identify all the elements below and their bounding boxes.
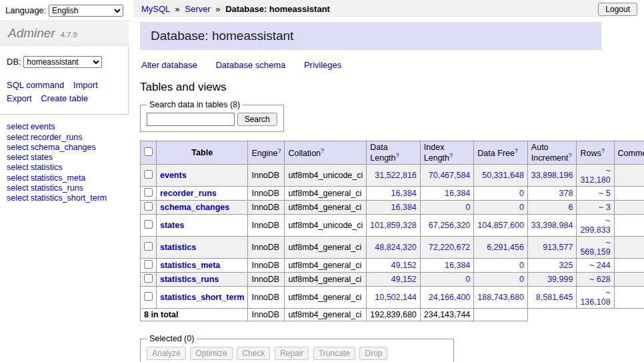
data-length-link[interactable]: 49,152 — [391, 261, 417, 270]
help-link[interactable]: ? — [568, 152, 571, 159]
database-schema-link[interactable]: Database schema — [215, 60, 285, 70]
select-link[interactable]: select — [7, 122, 29, 131]
table-link[interactable]: statistics_short_term — [31, 193, 107, 203]
data-free-link[interactable]: 0 — [519, 203, 524, 212]
app-name[interactable]: Adminer — [8, 26, 55, 40]
rows-count-link[interactable]: ~ 628 — [589, 275, 611, 284]
select-link[interactable]: select — [7, 193, 29, 203]
logout-button[interactable]: Logout — [598, 3, 637, 16]
row-checkbox[interactable] — [144, 242, 153, 251]
help-link[interactable]: ? — [321, 147, 324, 154]
data-length-link[interactable]: 48,824,320 — [375, 243, 417, 252]
table-name-link[interactable]: statistics — [160, 243, 196, 252]
auto-increment-link[interactable]: 8,581,645 — [536, 293, 573, 302]
index-length-link[interactable]: 0 — [465, 275, 470, 284]
index-length-link[interactable]: 0 — [465, 203, 470, 212]
optimize-button[interactable]: Optimize — [190, 347, 232, 360]
rows-count-link[interactable]: ~ 244 — [589, 261, 611, 270]
select-link[interactable]: select — [7, 163, 29, 172]
index-length-link[interactable]: 24,166,400 — [429, 293, 471, 302]
table-name-link[interactable]: statistics_meta — [160, 261, 220, 270]
db-select[interactable]: homeassistant — [23, 56, 102, 68]
breadcrumb-link-server[interactable]: Server — [185, 4, 210, 14]
language-select[interactable]: English — [49, 5, 123, 17]
row-checkbox[interactable] — [144, 274, 153, 283]
help-link[interactable]: ? — [449, 152, 453, 159]
index-length-link[interactable]: 72,220,672 — [429, 243, 471, 252]
index-length-link[interactable]: 16,384 — [445, 261, 470, 270]
data-length-link[interactable]: 101,859,328 — [370, 221, 417, 230]
select-link[interactable]: select — [7, 143, 29, 152]
table-link[interactable]: events — [31, 122, 55, 131]
alter-database-link[interactable]: Alter database — [141, 60, 197, 70]
search-button[interactable]: Search — [237, 113, 277, 126]
analyze-button[interactable]: Analyze — [147, 347, 186, 360]
privileges-link[interactable]: Privileges — [304, 60, 341, 70]
table-link[interactable]: statistics_runs — [31, 183, 83, 193]
help-link[interactable]: ? — [601, 147, 605, 154]
sidebar-link-sql-command[interactable]: SQL command — [7, 80, 64, 90]
table-name-link[interactable]: recorder_runs — [160, 189, 217, 198]
table-link[interactable]: schema_changes — [31, 143, 96, 152]
table-name-link[interactable]: statistics_short_term — [160, 293, 244, 302]
select-link[interactable]: select — [7, 183, 29, 193]
table-link[interactable]: recorder_runs — [31, 133, 83, 142]
select-link[interactable]: select — [7, 173, 29, 183]
help-link[interactable]: ? — [396, 152, 399, 159]
table-link[interactable]: states — [31, 153, 53, 162]
sidebar-link-export[interactable]: Export — [7, 93, 32, 103]
select-link[interactable]: select — [7, 133, 29, 142]
truncate-button[interactable]: Truncate — [313, 347, 355, 360]
rows-count-link[interactable]: ~ 299,833 — [580, 216, 610, 235]
data-free-link[interactable]: 50,331,648 — [482, 171, 524, 180]
sidebar-link-create-table[interactable]: Create table — [41, 93, 88, 103]
auto-increment-link[interactable]: 33,898,196 — [531, 171, 573, 180]
table-link[interactable]: statistics_meta — [31, 173, 86, 183]
data-length-link[interactable]: 31,522,816 — [375, 171, 417, 180]
row-checkbox[interactable] — [144, 188, 153, 197]
sidebar-link-import[interactable]: Import — [73, 80, 98, 90]
search-input[interactable] — [147, 113, 235, 126]
auto-increment-link[interactable]: 39,999 — [547, 275, 573, 284]
data-length-link[interactable]: 10,502,144 — [375, 293, 417, 302]
table-name-link[interactable]: schema_changes — [160, 203, 229, 212]
table-name-link[interactable]: states — [160, 221, 184, 230]
help-link[interactable]: ? — [277, 147, 281, 154]
repair-button[interactable]: Repair — [275, 347, 309, 360]
select-link[interactable]: select — [7, 153, 29, 162]
row-checkbox[interactable] — [144, 260, 153, 269]
row-checkbox[interactable] — [144, 170, 153, 179]
index-length-link[interactable]: 16,384 — [445, 189, 470, 198]
auto-increment-link[interactable]: 6 — [568, 203, 573, 212]
rows-count-link[interactable]: ~ 136,108 — [580, 288, 610, 307]
breadcrumb-link-mysql[interactable]: MySQL — [141, 4, 170, 14]
table-link[interactable]: statistics — [31, 163, 63, 172]
index-length-link[interactable]: 67,256,320 — [429, 221, 471, 230]
rows-count-link[interactable]: ~ 5 — [599, 189, 611, 198]
data-free-link[interactable]: 0 — [519, 275, 524, 284]
index-length-link[interactable]: 70,467,584 — [429, 171, 471, 180]
select-all-checkbox[interactable] — [144, 147, 153, 156]
row-checkbox[interactable] — [144, 202, 153, 211]
rows-count-link[interactable]: ~ 3 — [599, 203, 611, 212]
rows-count-link[interactable]: ~ 569,159 — [580, 238, 610, 257]
auto-increment-link[interactable]: 378 — [559, 189, 573, 198]
data-free-link[interactable]: 188,743,680 — [477, 293, 524, 302]
data-length-link[interactable]: 16,384 — [391, 189, 417, 198]
data-length-link[interactable]: 49,152 — [391, 275, 417, 284]
data-free-link[interactable]: 6,291,456 — [487, 243, 524, 252]
table-name-link[interactable]: events — [160, 171, 187, 180]
auto-increment-link[interactable]: 913,577 — [543, 243, 573, 252]
auto-increment-link[interactable]: 325 — [559, 261, 573, 270]
row-checkbox[interactable] — [144, 220, 153, 229]
data-length-link[interactable]: 16,384 — [391, 203, 417, 212]
data-free-link[interactable]: 104,857,600 — [477, 221, 524, 230]
row-checkbox[interactable] — [144, 292, 153, 301]
data-free-link[interactable]: 0 — [519, 189, 524, 198]
table-name-link[interactable]: statistics_runs — [160, 275, 219, 284]
data-free-link[interactable]: 0 — [519, 261, 524, 270]
help-link[interactable]: ? — [515, 147, 518, 154]
rows-count-link[interactable]: ~ 312,180 — [580, 166, 610, 185]
drop-button[interactable]: Drop — [359, 347, 387, 360]
auto-increment-link[interactable]: 33,398,984 — [531, 221, 573, 230]
